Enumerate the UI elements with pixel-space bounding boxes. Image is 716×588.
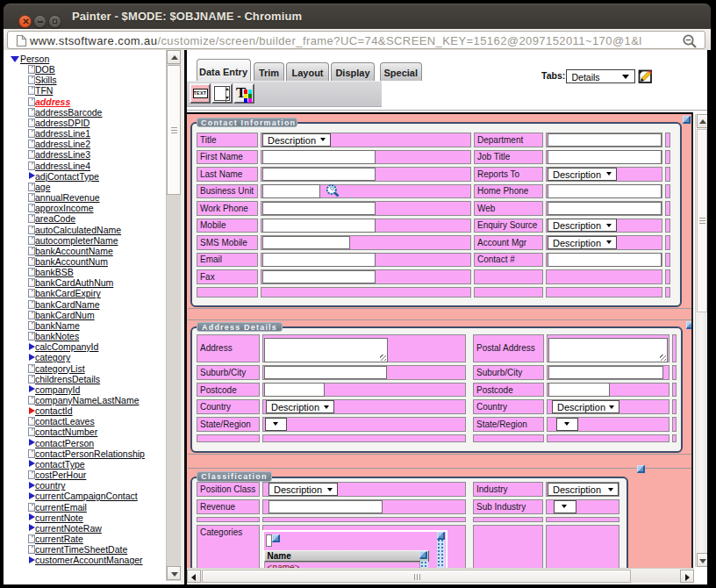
description-select[interactable]: Description <box>548 236 617 249</box>
tab-data-entry[interactable]: Data Entry <box>197 59 251 81</box>
text-input[interactable] <box>548 253 662 267</box>
tab-label: Display <box>335 68 369 78</box>
categories-table-corner-icon[interactable] <box>419 551 427 559</box>
small-select[interactable] <box>556 418 578 431</box>
frame-divider[interactable] <box>181 50 187 584</box>
chevron-down-icon <box>606 172 612 176</box>
text-input[interactable] <box>264 383 325 397</box>
listbox-tool-button[interactable] <box>211 83 233 104</box>
small-select[interactable] <box>265 418 287 431</box>
search-icon[interactable] <box>325 183 340 199</box>
textarea-input[interactable] <box>264 338 388 362</box>
field-label-revenue: Revenue <box>197 499 260 514</box>
document-icon <box>28 193 35 202</box>
edit-section-icon[interactable] <box>686 321 693 329</box>
empty-cell <box>197 517 260 522</box>
text-input[interactable] <box>548 366 663 380</box>
description-select[interactable]: Description <box>548 168 617 181</box>
description-select[interactable]: Description <box>548 219 617 232</box>
text-input[interactable] <box>262 168 376 182</box>
window-close-button[interactable]: ✕ <box>18 15 32 28</box>
empty-cell <box>473 434 544 443</box>
tree-scroll-up-button[interactable] <box>167 50 181 64</box>
form-hscrollbar-thumb[interactable] <box>202 570 631 583</box>
address-bar[interactable]: www.stsoftware.com.au/customize/screen/b… <box>7 31 705 49</box>
text-input[interactable] <box>262 236 350 250</box>
tree-scrollbar-thumb[interactable] <box>167 65 181 195</box>
document-icon <box>28 108 35 117</box>
description-select[interactable]: Description <box>262 133 331 147</box>
field-cell <box>546 201 662 216</box>
tab-display[interactable]: Display <box>331 62 375 81</box>
categories-corner-icon[interactable] <box>437 532 445 540</box>
field-label-contact-: Contact # <box>474 253 543 268</box>
text-input[interactable] <box>548 383 610 397</box>
text-input[interactable] <box>548 150 662 164</box>
tab-special[interactable]: Special <box>380 62 422 81</box>
text-input[interactable] <box>262 270 376 284</box>
window-maximize-button[interactable] <box>48 15 61 28</box>
tree-scroll-down-button[interactable] <box>167 566 181 580</box>
edit-section-icon[interactable] <box>637 465 645 473</box>
tab-layout[interactable]: Layout <box>286 62 329 81</box>
form-scroll-right-button[interactable] <box>680 570 694 583</box>
form-design-area: Contact Information TitleDescriptionDepa… <box>187 112 693 568</box>
tree-scrollbar[interactable] <box>166 50 181 581</box>
description-select[interactable]: Description <box>266 400 334 413</box>
categories-mini-input[interactable] <box>266 534 272 547</box>
field-cell: Description <box>261 133 471 147</box>
tab-trim[interactable]: Trim <box>254 62 284 81</box>
field-cell <box>546 150 662 165</box>
text-input[interactable] <box>548 184 662 198</box>
field-label-last-name: Last Name <box>197 167 258 182</box>
categories-table-scrollbar[interactable] <box>420 561 428 569</box>
form-scroll-down-button[interactable] <box>697 553 708 567</box>
empty-cell <box>672 434 677 443</box>
zoom-out-icon[interactable] <box>682 33 698 49</box>
text-input[interactable] <box>548 133 662 147</box>
edit-section-icon[interactable] <box>683 116 691 124</box>
tree-node-label: companyId <box>35 384 80 395</box>
text-input[interactable] <box>268 500 383 514</box>
form-scrollbar-thumb[interactable] <box>697 129 707 312</box>
text-input[interactable] <box>262 219 376 233</box>
window-title: Painter - $MODE: $OBJNAME - Chromium <box>72 10 302 23</box>
edit-categories-icon[interactable] <box>272 534 280 542</box>
description-select[interactable]: Description <box>268 483 338 496</box>
collapsed-triangle-icon <box>29 513 35 520</box>
collapsed-triangle-icon <box>29 172 35 179</box>
empty-cell <box>474 269 543 284</box>
arrow-right-icon <box>685 574 690 581</box>
window-minimize-button[interactable] <box>33 15 47 28</box>
chevron-down-icon <box>606 224 612 227</box>
description-select[interactable]: Description <box>552 400 619 413</box>
text-input[interactable] <box>262 202 376 216</box>
text-input[interactable] <box>264 366 387 380</box>
text-input[interactable] <box>548 202 662 216</box>
description-select[interactable]: Description <box>548 483 619 496</box>
document-icon <box>28 236 35 245</box>
text-field-tool-button[interactable]: TEXT <box>190 83 211 104</box>
field-label-business-unit: Business Unit <box>197 184 258 199</box>
font-color-tool-button[interactable]: T <box>233 83 254 104</box>
collapsed-triangle-icon <box>29 354 35 361</box>
resize-grip-icon[interactable] <box>660 355 666 361</box>
tree-node-label: bankCardAuthNum <box>35 277 113 288</box>
tabs-selector[interactable]: Details <box>566 69 635 83</box>
empty-cell <box>672 417 677 432</box>
form-scroll-left-button[interactable] <box>187 570 201 583</box>
form-scroll-up-button[interactable] <box>697 114 708 128</box>
field-cell <box>546 184 662 199</box>
textarea-input[interactable] <box>548 338 668 362</box>
form-horizontal-scrollbar[interactable] <box>187 568 694 583</box>
empty-cell <box>665 133 670 147</box>
text-input[interactable] <box>262 184 320 198</box>
edit-tabs-button[interactable] <box>638 68 654 84</box>
field-cell <box>546 499 619 514</box>
text-input[interactable] <box>262 253 376 267</box>
small-select[interactable] <box>554 500 576 513</box>
form-vertical-scrollbar[interactable] <box>695 114 707 567</box>
url-path: /customize/screen/builder_frame?UC=74&SC… <box>157 34 641 47</box>
resize-grip-icon[interactable] <box>380 355 386 361</box>
text-input[interactable] <box>262 150 376 164</box>
